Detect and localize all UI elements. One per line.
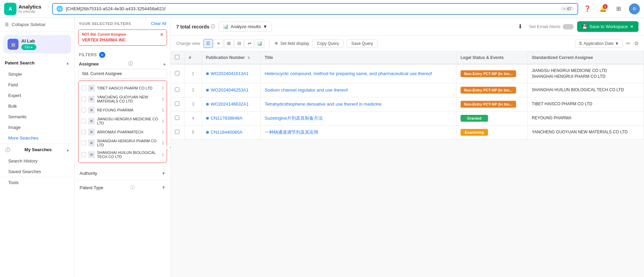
- add-filter-button[interactable]: +: [99, 52, 105, 58]
- assignee-checkbox-4[interactable]: [81, 119, 86, 123]
- pub-number-link-5[interactable]: CN118440065A: [206, 130, 256, 135]
- save-workspace-button[interactable]: 💾 Save to Workspace ✕: [577, 21, 639, 32]
- status-badge-1: Non-Entry PCT-NP (In tim...: [461, 70, 516, 77]
- filter-tag-close-button[interactable]: ✕: [160, 32, 164, 37]
- results-panel: 7 total records ⓘ 📊 Analyze results ▼ ⬇ …: [171, 18, 644, 277]
- assignee-dropdown[interactable]: Std. Current Assignee: [78, 69, 167, 79]
- patent-type-label: Patent Type: [80, 185, 103, 190]
- pub-number-link-2[interactable]: WO2024046253A1: [206, 87, 256, 93]
- row-title-5: 一种钠通道调节剂及其应用: [260, 125, 456, 139]
- row-checkbox-3: [171, 97, 184, 111]
- col-legal-status: Legal Status & Events: [456, 51, 528, 64]
- assignee-checkbox-1[interactable]: [81, 86, 86, 91]
- logo-area: A Analytics by patsnap: [4, 3, 49, 15]
- assignee-checkbox-6[interactable]: [81, 141, 86, 145]
- assignee-checkbox-5[interactable]: [81, 130, 86, 134]
- patent-search-label: Patent Search: [5, 60, 35, 65]
- logo-text: Analytics by patsnap: [19, 4, 41, 14]
- assignee-checkbox-2[interactable]: [81, 97, 86, 101]
- pub-number-link-3[interactable]: WO2024146632A1: [206, 101, 256, 107]
- filter-tag-value: VERTEX PHARMA INC: [82, 38, 163, 43]
- globe-icon: 🌐: [56, 5, 63, 12]
- row-assignee-3: TIBET HAISCO PHARM CO LTD: [527, 97, 644, 111]
- settings-button[interactable]: ⚙: [634, 40, 639, 47]
- apps-button[interactable]: ⊞: [613, 3, 624, 14]
- row-num-5: 5: [184, 125, 202, 139]
- assignee-item[interactable]: ⊞ JIANGSU HENGRUI MEDICINE CO LTD 1: [79, 115, 167, 127]
- save-workspace-chevron: ✕: [630, 24, 634, 29]
- row-num-1: 1: [184, 64, 202, 83]
- pub-number-link-4[interactable]: CN117838648A: [206, 116, 256, 121]
- assignee-item[interactable]: ⊞ TIBET HAISCO PHARM CO LTD 2: [79, 83, 167, 93]
- row-checkbox-2: [171, 83, 184, 97]
- email-alerts-toggle[interactable]: [563, 24, 574, 29]
- view-table-button[interactable]: ☰: [203, 39, 213, 48]
- row-pub-number-3: WO2024146632A1: [202, 97, 260, 111]
- my-searches-title: My Searches: [24, 147, 52, 152]
- assignee-name-1: TIBET HAISCO PHARM CO LTD: [97, 86, 160, 90]
- assignee-item[interactable]: ⊞ YANCHENG GUOYUAN NEW MATERIALS CO LTD …: [79, 93, 167, 105]
- help-button[interactable]: ❓: [582, 3, 593, 14]
- view-list-button[interactable]: ≡: [214, 39, 223, 48]
- assignee-count-3: 1: [162, 108, 164, 112]
- select-all-checkbox[interactable]: [175, 55, 179, 59]
- my-searches-header[interactable]: 🕐 My Searches ▲: [0, 144, 74, 156]
- company-icon-6: ⊞: [88, 140, 95, 146]
- sidebar-item-expert[interactable]: Expert: [0, 90, 74, 101]
- assignee-checkbox-7[interactable]: [81, 152, 86, 157]
- sidebar-item-more-searches[interactable]: More Searches: [0, 133, 74, 143]
- save-query-button[interactable]: Save Query: [347, 39, 377, 48]
- user-avatar[interactable]: ©: [629, 3, 640, 14]
- total-records-info-icon[interactable]: ⓘ: [211, 24, 215, 30]
- sidebar-item-bulk[interactable]: Bulk: [0, 101, 74, 111]
- assignee-item[interactable]: ⊞ REYOUNG PHARMA 1: [79, 105, 167, 115]
- view-chart-button[interactable]: 📊: [255, 39, 264, 48]
- set-field-display-button[interactable]: 👁 Set field display: [274, 41, 309, 46]
- sidebar-item-saved-searches[interactable]: Saved Searches: [0, 166, 74, 177]
- view-gallery-button[interactable]: ⊞: [224, 39, 234, 48]
- edit-button[interactable]: ✏: [626, 40, 631, 47]
- table-row: 2 WO2024046253A1 Sodium channel regulato…: [171, 83, 644, 97]
- row-num-4: 4: [184, 111, 202, 125]
- assignee-item[interactable]: ⊞ SHANGHAI HUILUN BIOLOGICAL TECH CO LTD…: [79, 149, 167, 160]
- assignee-item[interactable]: ⊞ SHANGHAI HENGRUI PHARM CO LTD 1: [79, 137, 167, 149]
- pub-number-sort-icon: ⇅: [247, 56, 250, 60]
- authority-filter[interactable]: Authority ▼: [75, 166, 170, 180]
- filters-section-header: FILTERS +: [75, 49, 170, 61]
- application-date-button[interactable]: ⇅ Application Date ▼: [575, 39, 623, 48]
- col-assignee: Standardized Current Assignee: [527, 51, 644, 64]
- search-input[interactable]: [66, 6, 558, 11]
- analyze-results-button[interactable]: 📊 Analyze results ▼: [218, 22, 272, 32]
- nav-icons: ❓ 🔔 5 ⊞ ©: [582, 3, 640, 14]
- patent-search-header[interactable]: Patent Search ▲: [0, 57, 74, 69]
- logo-icon: A: [4, 3, 16, 15]
- ai-lab-go-button[interactable]: Go ▸: [21, 44, 36, 50]
- sidebar-item-search-history[interactable]: Search History: [0, 156, 74, 166]
- pub-num-dot-1: [206, 72, 209, 75]
- assignee-info-icon[interactable]: ⓘ: [128, 61, 133, 67]
- sidebar-item-tools[interactable]: Tools: [0, 177, 74, 188]
- assignee-chevron[interactable]: ▲: [163, 62, 166, 66]
- sidebar-item-semantic[interactable]: Semantic: [0, 111, 74, 122]
- copy-query-button[interactable]: Copy Query: [312, 39, 343, 48]
- collapse-sidebar-button[interactable]: ☰ Collapse Sidebar: [0, 18, 74, 32]
- results-sub-toolbar: Change view ☰ ≡ ⊞ ⊟ ⇌ 📊 👁 Set field disp…: [171, 36, 644, 51]
- ai-lab-banner[interactable]: 🤖 AI Lab Go ▸: [3, 35, 71, 53]
- assignee-checkbox-3[interactable]: [81, 108, 86, 112]
- pub-number-link-1[interactable]: WO2024041613A1: [206, 71, 256, 76]
- sidebar-item-image[interactable]: Image: [0, 122, 74, 133]
- assignee-label: Assignee: [79, 61, 99, 67]
- patent-type-filter[interactable]: Patent Type ⓘ ▼: [75, 180, 170, 195]
- patent-type-info-icon: ⓘ: [130, 184, 135, 191]
- view-compare-button[interactable]: ⇌: [245, 39, 254, 48]
- notification-button[interactable]: 🔔 5: [597, 3, 608, 14]
- view-tiles-button[interactable]: ⊟: [234, 39, 244, 48]
- company-icon-3: ⊞: [88, 107, 95, 113]
- eye-icon: 👁: [274, 41, 278, 46]
- sidebar-item-simple[interactable]: Simple: [0, 69, 74, 80]
- clear-all-button[interactable]: Clear All: [151, 21, 166, 26]
- download-button[interactable]: ⬇: [515, 21, 526, 32]
- sidebar-item-field[interactable]: Field: [0, 80, 74, 90]
- col-pub-number[interactable]: Publication Number ⇅: [202, 51, 260, 64]
- assignee-item[interactable]: ⊞ ARROMAX PHARMATECH 1: [79, 127, 167, 137]
